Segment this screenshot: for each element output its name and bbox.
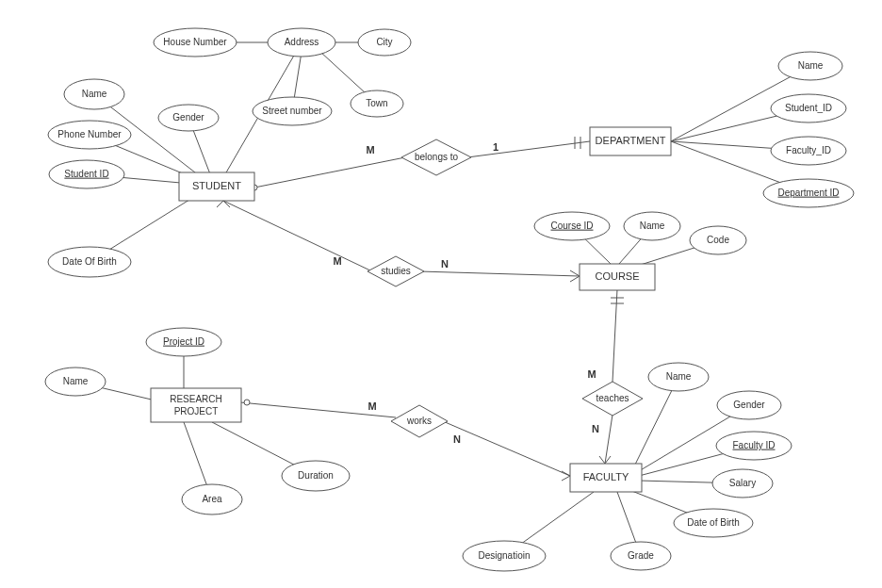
attr-fac-salary: Salary xyxy=(712,469,773,498)
relationship-belongs-to: belongs to xyxy=(401,139,471,175)
relationship-teaches-label: teaches xyxy=(596,393,629,403)
attr-fac-gender-label: Gender xyxy=(733,400,765,410)
attr-res-name: Name xyxy=(45,368,106,396)
card-works-right: N xyxy=(453,433,461,445)
attr-course-code: Code xyxy=(690,226,746,254)
attr-dept-deptid: Department ID xyxy=(763,179,854,207)
attr-res-projectid: Project ID xyxy=(146,328,221,356)
entity-department-label: DEPARTMENT xyxy=(596,135,666,146)
relationship-works-label: works xyxy=(406,416,432,426)
attr-res-duration-label: Duration xyxy=(298,470,334,481)
card-belongsto-right: 1 xyxy=(493,141,498,153)
attr-student-town: Town xyxy=(351,90,403,117)
crow-stud-bot1 xyxy=(217,201,223,207)
attr-student-city-label: City xyxy=(376,37,392,47)
attr-dept-facultyid: Faculty_ID xyxy=(771,137,846,165)
attr-res-projectid-label: Project ID xyxy=(163,336,204,347)
attr-res-area: Area xyxy=(182,484,242,514)
edge-student-belongsto xyxy=(250,157,405,188)
crow-course-left2 xyxy=(570,276,580,282)
card-works-left: M xyxy=(368,400,376,412)
entity-research-label-1: RESEARCH xyxy=(170,394,222,404)
attr-student-studentid-label: Student ID xyxy=(64,169,108,179)
attr-fac-salary-label: Salary xyxy=(729,478,756,488)
entity-department: DEPARTMENT xyxy=(590,127,671,155)
crow-course-left1 xyxy=(570,270,580,276)
relationship-teaches: teaches xyxy=(582,382,643,416)
attr-course-code-label: Code xyxy=(707,235,729,245)
entity-course: COURSE xyxy=(580,264,655,290)
attr-course-name: Name xyxy=(624,212,680,240)
entity-research-project: RESEARCH PROJECT xyxy=(151,388,241,422)
card-belongsto-left: M xyxy=(366,144,374,155)
entity-student: STUDENT xyxy=(179,172,254,201)
attr-student-gender-label: Gender xyxy=(172,112,204,122)
attr-dept-studentid: Student_ID xyxy=(771,94,846,122)
attr-res-duration: Duration xyxy=(282,461,350,491)
attr-student-dob-label: Date Of Birth xyxy=(62,256,117,267)
attr-res-name-label: Name xyxy=(63,376,89,386)
relationship-belongs-to-label: belongs to xyxy=(415,152,459,162)
edge-student-studies xyxy=(223,201,372,271)
relationship-works: works xyxy=(391,405,448,437)
attr-course-name-label: Name xyxy=(640,220,665,231)
card-studies-right: N xyxy=(441,258,449,270)
entity-faculty-label: FACULTY xyxy=(583,471,629,482)
card-studies-left: M xyxy=(333,255,341,267)
attr-fac-gender: Gender xyxy=(717,391,781,419)
attr-student-phone: Phone Number xyxy=(48,121,131,149)
edge-studies-course xyxy=(419,271,580,276)
attr-student-town-label: Town xyxy=(366,98,387,108)
attr-fac-name-label: Name xyxy=(666,371,692,382)
attr-student-streetno-label: Street number xyxy=(262,106,322,116)
crow-res-circ xyxy=(244,400,250,405)
entity-research-label-2: PROJECT xyxy=(174,406,219,416)
attr-course-courseid: Course ID xyxy=(534,212,610,240)
edge-belongsto-department xyxy=(467,141,590,157)
attr-fac-dob-label: Date of Birth xyxy=(687,517,740,528)
crow-fac-left2 xyxy=(562,476,570,481)
crow-fac-top1 xyxy=(599,456,605,464)
attr-dept-name-label: Name xyxy=(798,60,824,71)
attr-course-courseid-label: Course ID xyxy=(550,220,593,231)
attr-fac-facultyid: Faculty ID xyxy=(716,432,792,460)
attr-fac-grade-label: Grade xyxy=(628,550,654,561)
attr-student-address-label: Address xyxy=(285,37,319,47)
attr-fac-dob: Date of Birth xyxy=(674,509,753,537)
entity-course-label: COURSE xyxy=(595,270,639,282)
attr-fac-designation-label: Designatioin xyxy=(478,550,530,561)
attr-student-city: City xyxy=(358,29,411,56)
attr-student-streetno: Street number xyxy=(253,97,332,125)
entity-student-label: STUDENT xyxy=(192,180,241,191)
attr-student-phone-label: Phone Number xyxy=(57,129,122,139)
crow-fac-left1 xyxy=(562,471,570,476)
entity-faculty: FACULTY xyxy=(570,464,642,492)
attr-student-studentid: Student ID xyxy=(49,160,124,188)
relationship-studies-label: studies xyxy=(381,266,411,276)
attr-dept-facultyid-label: Faculty_ID xyxy=(786,145,831,155)
attr-student-address: Address xyxy=(268,28,335,57)
attr-student-name-label: Name xyxy=(82,89,107,99)
er-diagram: STUDENT DEPARTMENT COURSE FACULTY RESEAR… xyxy=(0,0,882,588)
crow-stud-bot2 xyxy=(223,201,230,207)
attr-fac-name: Name xyxy=(648,363,709,391)
edge-works-faculty xyxy=(443,421,570,476)
card-teaches-bottom: N xyxy=(592,423,599,434)
attr-fac-facultyid-label: Faculty ID xyxy=(732,440,775,450)
attr-fac-designation: Designatioin xyxy=(463,541,546,571)
attr-student-name: Name xyxy=(64,79,124,109)
attr-student-dob: Date Of Birth xyxy=(48,247,131,277)
attr-dept-name: Name xyxy=(778,52,842,80)
attr-student-houseno: House Number xyxy=(154,28,237,57)
attr-fac-grade: Grade xyxy=(611,542,671,570)
attr-dept-studentid-label: Student_ID xyxy=(785,103,832,113)
attr-student-houseno-label: House Number xyxy=(163,37,227,47)
edge-teaches-faculty xyxy=(605,415,612,464)
relationship-studies: studies xyxy=(368,256,424,286)
attr-res-area-label: Area xyxy=(202,494,222,504)
attr-student-gender: Gender xyxy=(158,105,219,131)
attr-dept-deptid-label: Department ID xyxy=(777,188,839,198)
card-teaches-top: M xyxy=(587,368,596,380)
